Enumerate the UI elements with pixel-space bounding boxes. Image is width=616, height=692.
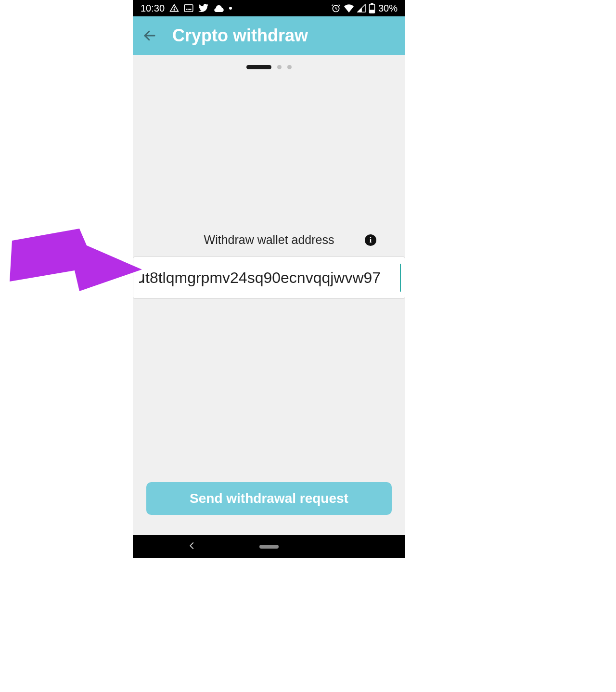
status-bar: 10:30 [133, 0, 405, 16]
nav-back-button[interactable] [188, 541, 207, 552]
app-header: Crypto withdraw [133, 16, 405, 55]
cloud-icon [214, 4, 224, 12]
warning-triangle-icon [169, 3, 179, 13]
back-button[interactable] [141, 27, 158, 44]
subtitles-icon [184, 4, 193, 12]
page: 10:30 [0, 0, 616, 560]
wifi-icon [344, 4, 354, 13]
status-dot-icon [229, 7, 232, 10]
text-caret [400, 264, 401, 292]
wallet-address-input[interactable]: ɹt8tlqmgrpmv24sq90ecnvqqjwvw97 [133, 256, 405, 299]
status-left: 10:30 [141, 3, 232, 14]
nav-home-pill[interactable] [259, 545, 279, 549]
info-icon[interactable]: i [365, 234, 376, 246]
signal-icon [357, 4, 366, 13]
arrow-left-icon [142, 28, 157, 43]
page-bottom-padding [0, 560, 616, 692]
send-withdrawal-button[interactable]: Send withdrawal request [146, 482, 392, 515]
status-right: 30% [331, 3, 398, 14]
status-time: 10:30 [141, 3, 165, 14]
chevron-left-icon [188, 541, 196, 550]
svg-rect-5 [371, 3, 373, 4]
content-area: Withdraw wallet address i ɹt8tlqmgrpmv24… [133, 79, 405, 535]
battery-icon [369, 3, 375, 13]
phone-frame: 10:30 [133, 0, 405, 558]
pager-step-active [246, 65, 271, 69]
step-pager [133, 55, 405, 79]
page-title: Crypto withdraw [172, 26, 308, 46]
submit-wrap: Send withdrawal request [146, 482, 392, 515]
svg-rect-6 [370, 10, 374, 13]
twitter-icon [198, 4, 209, 13]
android-nav-bar [133, 535, 405, 558]
wallet-address-field: Withdraw wallet address i ɹt8tlqmgrpmv24… [133, 233, 405, 299]
wallet-address-label: Withdraw wallet address [204, 233, 334, 247]
pager-step-2 [277, 65, 282, 69]
pager-step-3 [287, 65, 292, 69]
annotation-arrow-icon [10, 224, 144, 296]
svg-marker-8 [10, 229, 142, 291]
label-row: Withdraw wallet address i [133, 233, 405, 247]
svg-rect-2 [184, 5, 193, 12]
alarm-icon [331, 3, 341, 13]
wallet-address-value: ɹt8tlqmgrpmv24sq90ecnvqqjwvw97 [139, 269, 381, 287]
battery-percent: 30% [378, 3, 398, 14]
svg-point-0 [174, 10, 175, 11]
